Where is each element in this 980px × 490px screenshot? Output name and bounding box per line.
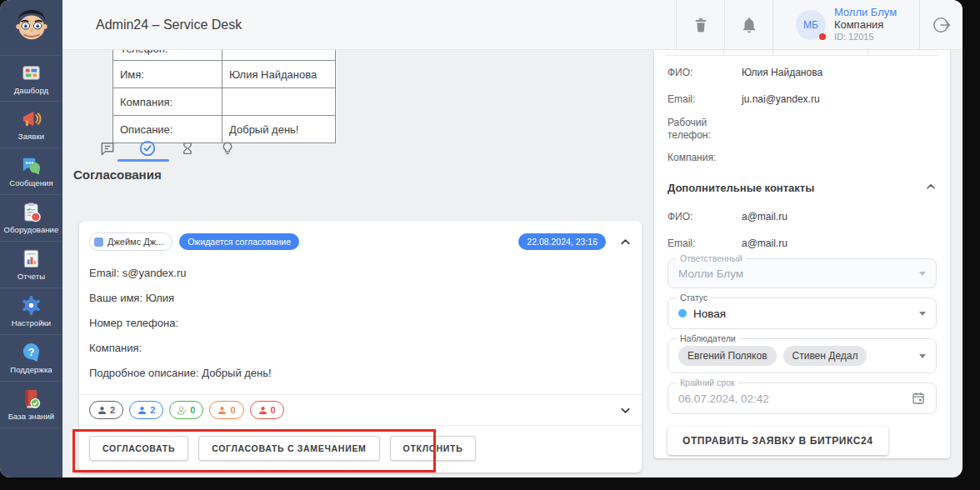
user-menu[interactable]: МБ Молли Блум Компания ID: 12015	[772, 0, 919, 49]
calendar-icon[interactable]	[911, 391, 926, 406]
chevron-up-icon[interactable]	[925, 181, 937, 192]
additional-contacts-title: Дополнительные контакты	[668, 182, 814, 194]
tab-approvals[interactable]	[128, 137, 168, 160]
sidebar-item-messages[interactable]: Сообщения	[0, 148, 62, 195]
counter-rejected[interactable]: 0	[250, 401, 284, 419]
table-row: Компания:	[113, 88, 335, 115]
gear-icon	[21, 295, 42, 316]
detail-line: Подробное описание: Добрый день!	[89, 361, 632, 386]
counter-value: 2	[110, 405, 115, 415]
person-icon	[98, 406, 107, 415]
tab-history[interactable]	[168, 137, 208, 160]
counter-approved[interactable]: 0	[169, 401, 203, 419]
detail-line: Номер телефона:	[89, 311, 632, 336]
content-area: Телефон: Имя: Юлия Найданова Компания: О…	[62, 50, 962, 478]
notification-dot	[819, 33, 826, 40]
contact-row: Рабочий телефон:	[668, 117, 937, 142]
watcher-chip[interactable]: Стивен Дедал	[783, 346, 868, 366]
field-label: Рабочий телефон:	[668, 117, 713, 142]
dropdown-arrow-icon	[919, 272, 926, 276]
approval-card-body: Email: s@yandex.ru Ваше имя: Юлия Номер …	[79, 251, 642, 394]
table-row: Имя: Юлия Найданова	[113, 60, 335, 88]
row-label: Телефон:	[120, 50, 168, 55]
sidebar-item-knowledge-base[interactable]: База знаний	[0, 382, 62, 428]
contact-row: Email: ju.nai@yandex.ru	[668, 93, 937, 108]
dropdown-arrow-icon	[919, 312, 926, 316]
person-icon	[138, 406, 147, 415]
chevron-down-icon[interactable]	[619, 404, 632, 417]
user-info: Молли Блум Компания ID: 12015	[834, 6, 897, 43]
status-select[interactable]: Статус Новая	[668, 298, 937, 329]
user-avatar: МБ	[796, 10, 826, 40]
megaphone-icon	[21, 108, 42, 129]
approve-with-remark-button[interactable]: СОГЛАСОВАТЬ С ЗАМЕЧАНИЕМ	[198, 436, 379, 461]
deadline-input[interactable]: Крайний срок 06.07.2024, 02:42	[668, 382, 937, 414]
sidebar: Дашборд Заявки	[0, 0, 62, 478]
clipboard-icon	[21, 202, 42, 222]
logout-icon	[932, 15, 952, 35]
user-name: Молли Блум	[834, 6, 897, 18]
sidebar-item-label: Оборудование	[4, 225, 59, 234]
detail-line: Email: s@yandex.ru	[89, 261, 632, 286]
sidebar-item-equipment[interactable]: Оборудование	[0, 195, 62, 242]
responsible-select[interactable]: Ответственный Молли Блум	[668, 258, 937, 288]
check-circle-icon	[138, 139, 157, 158]
sidebar-item-label: Сообщения	[9, 178, 52, 188]
sidebar-item-label: Настройки	[12, 318, 51, 328]
approver-chip[interactable]: Джеймс Дж...	[89, 232, 172, 251]
sidebar-item-label: Отчеты	[18, 272, 45, 281]
sidebar-item-label: Заявки	[18, 132, 44, 141]
chevron-up-icon[interactable]	[619, 236, 632, 248]
tab-comments[interactable]	[88, 137, 128, 160]
approval-actions: СОГЛАСОВАТЬ СОГЛАСОВАТЬ С ЗАМЕЧАНИЕМ ОТК…	[79, 426, 642, 472]
field-value: ju.nai@yandex.ru	[742, 93, 820, 105]
sidebar-item-tickets[interactable]: Заявки	[0, 102, 62, 148]
approve-button[interactable]: СОГЛАСОВАТЬ	[89, 436, 188, 461]
reject-button[interactable]: ОТКЛОНИТЬ	[390, 436, 477, 461]
tab-ideas[interactable]	[208, 137, 248, 160]
lightbulb-icon	[220, 140, 235, 157]
sidebar-item-dashboard[interactable]: Дашборд	[0, 55, 62, 102]
dropdown-arrow-icon	[919, 354, 926, 358]
dashboard-icon	[21, 62, 42, 83]
send-to-bitrix-button[interactable]: ОТПРАВИТЬ ЗАЯВКУ В БИТРИКС24	[668, 427, 888, 455]
counter-value: 0	[190, 405, 195, 415]
counter-with-remarks[interactable]: 0	[209, 401, 243, 419]
section-title: Согласования	[73, 168, 162, 182]
sidebar-item-reports[interactable]: Отчеты	[0, 242, 62, 288]
clipped-table-edge	[666, 50, 938, 56]
watcher-chip[interactable]: Евгений Поляков	[678, 346, 777, 366]
contact-row: Email: a@mail.ru	[668, 238, 937, 252]
contact-row: ФИО: a@mail.ru	[668, 211, 937, 226]
field-label: ФИО:	[668, 67, 734, 79]
book-icon	[21, 388, 42, 409]
logout-button[interactable]	[919, 0, 962, 49]
row-label: Имя:	[120, 68, 144, 81]
watchers-select[interactable]: Наблюдатели Евгений Поляков Стивен Дедал	[668, 338, 937, 373]
counter-value: 2	[150, 405, 155, 415]
notifications-button[interactable]	[724, 0, 772, 49]
svg-text:?: ?	[28, 347, 35, 358]
sidebar-item-settings[interactable]: Настройки	[0, 288, 62, 335]
table-row: Телефон:	[113, 50, 335, 60]
responsible-value: Молли Блум	[678, 268, 743, 280]
avatar-initials: МБ	[803, 19, 818, 31]
trash-button[interactable]	[676, 0, 724, 49]
contact-row: Компания:	[668, 152, 937, 167]
sidebar-item-label: База знаний	[8, 412, 55, 421]
field-value: a@mail.ru	[742, 211, 788, 222]
field-label: Статус	[677, 292, 711, 302]
counter-pending[interactable]: 2	[129, 401, 163, 419]
counter-total[interactable]: 2	[89, 401, 123, 419]
status-value: Новая	[693, 308, 726, 320]
detail-line: Компания:	[89, 336, 632, 361]
row-value: Юлия Найданова	[229, 68, 317, 81]
detail-line: Ваше имя: Юлия	[89, 286, 632, 311]
field-value: a@mail.ru	[742, 238, 788, 249]
sidebar-item-label: Дашборд	[14, 86, 48, 95]
report-icon	[21, 248, 42, 269]
sidebar-item-support[interactable]: ? Поддержка	[0, 335, 62, 382]
row-value: Добрый день!	[229, 123, 298, 136]
app-window: Дашборд Заявки	[0, 0, 962, 478]
row-label: Описание:	[120, 123, 172, 136]
